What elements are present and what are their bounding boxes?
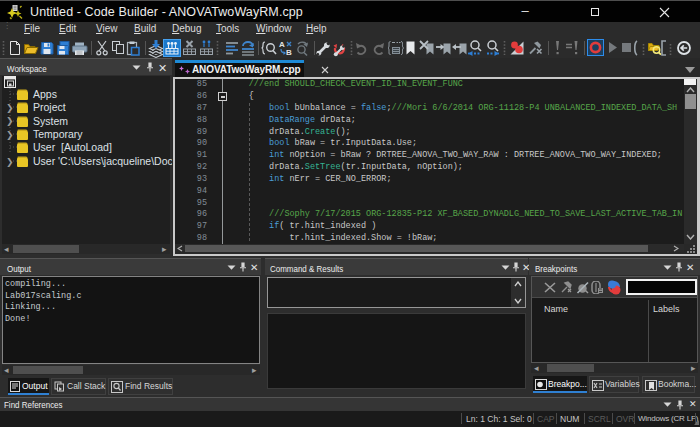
svg-text:A: A — [279, 40, 285, 49]
svg-text:B: B — [286, 48, 292, 57]
